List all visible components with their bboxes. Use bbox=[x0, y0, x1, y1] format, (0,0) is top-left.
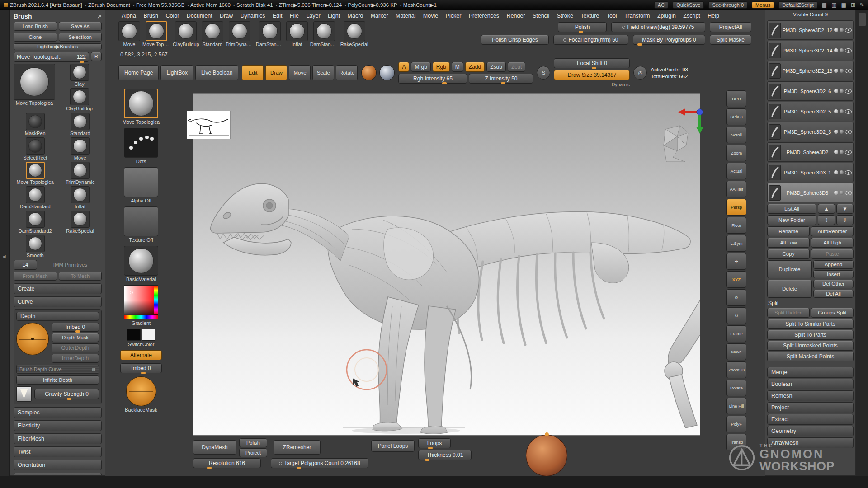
menu-item[interactable]: Edit bbox=[273, 13, 283, 19]
dock-button[interactable]: Rotate bbox=[726, 380, 746, 396]
mode-button[interactable]: Move bbox=[289, 65, 311, 80]
panel-loops-button[interactable]: Panel Loops bbox=[371, 440, 415, 452]
material-preview-sphere[interactable] bbox=[526, 435, 567, 476]
dock-button[interactable]: ↺ bbox=[726, 289, 746, 306]
menu-item[interactable]: Stroke bbox=[557, 13, 573, 19]
split-masked-button[interactable]: Split Maske bbox=[710, 35, 751, 45]
shelf-brush-item[interactable]: RakeSpecial bbox=[340, 21, 368, 51]
current-texture-widget[interactable]: Texture Off bbox=[119, 206, 163, 243]
paste-button[interactable]: Paste bbox=[811, 249, 854, 259]
dock-button[interactable]: XYZ bbox=[726, 271, 746, 288]
target-polygons-slider[interactable]: Target Polygons Count 0.26168 bbox=[271, 458, 368, 468]
dock-button[interactable]: Zoom3D bbox=[726, 361, 746, 378]
brush-grid-item-featured[interactable]: Move Topologica bbox=[14, 64, 55, 111]
brush-grid-item[interactable]: Move Topologica bbox=[14, 162, 57, 185]
focal-shift-slider[interactable]: Focal Shift 0 bbox=[554, 58, 630, 68]
dock-button[interactable]: Floor bbox=[726, 217, 746, 234]
copy-button[interactable]: Copy bbox=[767, 249, 810, 259]
imm-count-slider[interactable]: 14 bbox=[14, 260, 37, 270]
inner-depth-slider[interactable]: InnerDepth bbox=[52, 354, 99, 363]
uv-icon[interactable] bbox=[840, 48, 844, 52]
menu-item[interactable]: Alpha bbox=[122, 13, 136, 19]
project-button[interactable]: Project bbox=[239, 448, 267, 457]
brush-grid-item[interactable]: SelectRect bbox=[14, 137, 57, 160]
polypaint-icon[interactable] bbox=[834, 109, 838, 113]
split-action-button[interactable]: Split To Similar Parts bbox=[767, 319, 854, 329]
resolution-slider[interactable]: Resolution 616 bbox=[193, 458, 261, 468]
alternate-button[interactable]: Alternate bbox=[120, 350, 162, 360]
menu-item[interactable]: Transform bbox=[624, 13, 650, 19]
depth-imbed-dial[interactable] bbox=[16, 323, 49, 355]
folder-down-icon[interactable]: ⇩ bbox=[836, 215, 854, 225]
menu-item[interactable]: Dynamics bbox=[241, 13, 265, 19]
menu-item[interactable]: Zscript bbox=[683, 13, 700, 19]
all-low-button[interactable]: All Low bbox=[767, 238, 810, 248]
titlebar-button[interactable]: See-through 0 bbox=[708, 1, 747, 9]
titlebar-button[interactable]: DefaultZScript bbox=[778, 1, 817, 9]
axis-gizmo[interactable] bbox=[677, 107, 707, 137]
bottom-tray-edge[interactable] bbox=[0, 476, 868, 488]
zremesher-button[interactable]: ZRemesher bbox=[274, 440, 321, 455]
menu-item[interactable]: Material bbox=[396, 13, 415, 19]
tool-subpalette-header[interactable]: Remesh bbox=[767, 390, 854, 401]
split-hidden-button[interactable]: Split Hidden bbox=[767, 308, 810, 318]
palette-grid-icon[interactable]: ▥ bbox=[831, 2, 836, 8]
dock-button[interactable]: BPR bbox=[726, 90, 746, 107]
delete-button[interactable]: Delete bbox=[767, 280, 812, 298]
hue-bar[interactable] bbox=[124, 315, 158, 319]
color-picker[interactable] bbox=[124, 285, 158, 319]
lightbox-brushes-button[interactable]: Lightbox▶Brushes bbox=[14, 43, 102, 50]
polypaint-icon[interactable] bbox=[834, 170, 838, 174]
polypaint-icon[interactable] bbox=[834, 48, 838, 52]
menu-item[interactable]: Brush bbox=[143, 13, 158, 19]
brush-subpalette-header[interactable]: Elasticity bbox=[14, 420, 102, 431]
brush-subpalette-header[interactable]: Curve bbox=[14, 296, 102, 307]
uv-icon[interactable] bbox=[840, 109, 844, 113]
subtool-item[interactable]: PM3D_Sphere3D2_6 bbox=[767, 81, 854, 101]
subtool-item[interactable]: PM3D_Sphere3D3 bbox=[767, 183, 854, 202]
current-brush-widget[interactable]: Move Topologica bbox=[119, 89, 163, 125]
dock-button[interactable]: Scroll bbox=[726, 127, 746, 143]
focal-length-slider[interactable]: Focal length(mm) 50 bbox=[553, 35, 628, 45]
gravity-strength-slider[interactable]: Gravity Strength 0 bbox=[34, 389, 99, 399]
list-all-button[interactable]: List All bbox=[767, 204, 816, 214]
polish-slider[interactable]: Polish bbox=[558, 22, 607, 32]
shelf-nav-button[interactable]: Home Page bbox=[118, 65, 159, 80]
split-action-button[interactable]: Split Masked Points bbox=[767, 352, 854, 361]
del-all-button[interactable]: Del All bbox=[813, 290, 854, 298]
dock-button[interactable]: Line Fill bbox=[726, 398, 746, 414]
polypaint-icon[interactable] bbox=[834, 150, 838, 154]
r-toggle-button[interactable]: R bbox=[91, 52, 102, 61]
from-mesh-button[interactable]: From Mesh bbox=[14, 272, 57, 281]
tool-subpalette-header[interactable]: Extract bbox=[767, 414, 854, 425]
groups-split-button[interactable]: Groups Split bbox=[811, 308, 854, 318]
stroke-curve-icon[interactable]: S bbox=[537, 66, 550, 80]
brush-grid-item[interactable]: Move bbox=[59, 137, 102, 160]
visibility-eye-icon[interactable] bbox=[845, 170, 852, 175]
menu-item[interactable]: Color bbox=[165, 13, 179, 19]
brush-grid-item[interactable]: Standard bbox=[59, 113, 102, 136]
subtool-down-button[interactable]: ▼ bbox=[836, 204, 854, 214]
current-material-widget[interactable]: BasicMaterial bbox=[119, 246, 163, 282]
shelf-brush-item[interactable]: ClayBuildup bbox=[173, 21, 199, 51]
visibility-eye-icon[interactable] bbox=[845, 109, 852, 114]
hue-strip[interactable] bbox=[154, 286, 158, 314]
to-mesh-button[interactable]: To Mesh bbox=[59, 272, 102, 281]
insert-button[interactable]: Insert bbox=[813, 270, 854, 279]
auto-reorder-button[interactable]: AutoReorder bbox=[811, 226, 854, 236]
tool-subpalette-header[interactable]: Merge bbox=[767, 367, 854, 378]
rgb-intensity-slider[interactable]: Rgb Intensity 65 bbox=[398, 74, 467, 84]
paint-mode-button[interactable]: A bbox=[398, 62, 409, 72]
menu-item[interactable]: Help bbox=[708, 13, 719, 19]
menu-item[interactable]: Document bbox=[187, 13, 212, 19]
shelf-brush-item[interactable]: DamStandard bbox=[256, 21, 284, 51]
pencil-icon[interactable]: ✎ bbox=[860, 2, 864, 8]
brush-subpalette-header[interactable]: Twist bbox=[14, 446, 102, 457]
brush-select-slider[interactable]: Move Topological.. 122 bbox=[14, 52, 89, 62]
paint-mode-button[interactable]: M bbox=[452, 62, 463, 72]
toggle-dot-icon[interactable] bbox=[279, 462, 282, 465]
menu-item[interactable]: Tool bbox=[607, 13, 617, 19]
dock-button[interactable]: Zoom bbox=[726, 145, 746, 161]
all-high-button[interactable]: All High bbox=[811, 238, 854, 248]
infinite-depth-button[interactable]: Infinite Depth bbox=[16, 375, 99, 385]
